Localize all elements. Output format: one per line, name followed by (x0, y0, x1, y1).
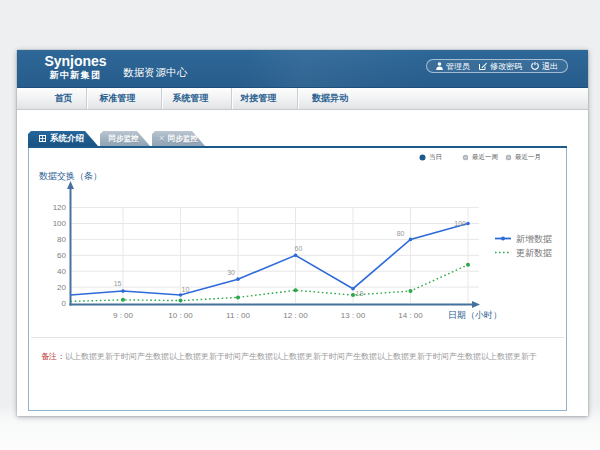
note-divider (31, 337, 564, 338)
svg-text:40: 40 (57, 267, 66, 276)
svg-text:更新数据: 更新数据 (516, 248, 552, 258)
power-icon (531, 62, 539, 70)
svg-text:60: 60 (57, 251, 66, 260)
edit-icon (479, 62, 487, 70)
svg-text:80: 80 (57, 235, 66, 244)
footnote-prefix: 备注： (41, 352, 65, 361)
current-user[interactable]: 管理员 (436, 61, 470, 72)
svg-text:12 : 00: 12 : 00 (283, 311, 308, 320)
main-menu: 首页 标准管理 系统管理 对接管理 数据异动 (17, 88, 588, 110)
tab-sync-monitor-1[interactable]: 同步监控 (100, 131, 150, 146)
menu-item-standards[interactable]: 标准管理 (87, 88, 162, 109)
logo: Synjones 新中新集团 (42, 54, 109, 81)
svg-text:0: 0 (62, 299, 67, 308)
tab-label: 系统介绍 (50, 133, 84, 145)
svg-text:120: 120 (53, 203, 67, 212)
logo-text-en: Synjones (42, 54, 109, 69)
svg-text:数据交换（条）: 数据交换（条） (39, 171, 102, 181)
svg-text:9 : 00: 9 : 00 (113, 311, 134, 320)
logout-button[interactable]: 退出 (531, 61, 558, 72)
menu-item-interface[interactable]: 对接管理 (232, 88, 298, 109)
app-window: Synjones 新中新集团 数据资源中心 管理员 修改密码 退出 首页 标准管… (17, 50, 588, 416)
svg-text:100: 100 (53, 219, 67, 228)
tab-label: 同步监控 (109, 134, 139, 144)
grid-document-icon (39, 135, 46, 142)
svg-text:18: 18 (356, 290, 364, 297)
footnote: 备注：以上数据更新于时间产生数据以上数据更新于时间产生数据以上数据更新于时间产生… (41, 351, 537, 362)
change-password-label: 修改密码 (490, 61, 522, 72)
svg-text:80: 80 (397, 230, 405, 237)
tab-system-intro[interactable]: 系统介绍 (28, 131, 98, 146)
tab-sync-monitor-2[interactable]: ✕ 同步监控 (152, 131, 205, 146)
svg-text:30: 30 (227, 269, 235, 276)
close-tab-icon[interactable]: ✕ (158, 136, 165, 142)
user-icon (436, 62, 443, 70)
svg-text:20: 20 (57, 283, 66, 292)
svg-text:15: 15 (114, 280, 122, 287)
logout-label: 退出 (542, 61, 558, 72)
change-password-button[interactable]: 修改密码 (479, 61, 522, 72)
menu-item-home[interactable]: 首页 (41, 88, 87, 109)
svg-text:100: 100 (454, 220, 466, 227)
tab-label: 同步监控 (168, 134, 198, 144)
svg-text:60: 60 (295, 245, 303, 252)
footnote-text: 以上数据更新于时间产生数据以上数据更新于时间产生数据以上数据更新于时间产生数据以… (65, 352, 537, 361)
svg-text:13 : 00: 13 : 00 (341, 311, 366, 320)
logo-text-cn: 新中新集团 (42, 70, 109, 81)
line-chart: 0204060801001209 : 0010 : 0011 : 0012 : … (29, 148, 566, 409)
chart-panel: 当日 最近一周 最近一月 0204060801001209 : 0010 : 0… (28, 148, 567, 411)
svg-text:日期（小时）: 日期（小时） (448, 310, 502, 320)
user-toolbar: 管理员 修改密码 退出 (426, 59, 568, 73)
tab-bar: 系统介绍 同步监控 ✕ 同步监控 (28, 131, 588, 146)
svg-text:14 : 00: 14 : 00 (398, 311, 423, 320)
svg-text:11 : 00: 11 : 00 (226, 311, 250, 320)
header: Synjones 新中新集团 数据资源中心 管理员 修改密码 退出 (17, 50, 588, 88)
svg-text:10: 10 (182, 286, 190, 293)
menu-item-datachange[interactable]: 数据异动 (298, 88, 366, 109)
page-title: 数据资源中心 (123, 66, 188, 80)
current-user-label: 管理员 (446, 61, 470, 72)
svg-text:10 : 00: 10 : 00 (168, 311, 193, 320)
menu-item-system[interactable]: 系统管理 (162, 88, 232, 109)
content-area: 系统介绍 同步监控 ✕ 同步监控 当日 最近一周 (17, 131, 588, 411)
svg-text:新增数据: 新增数据 (516, 234, 552, 244)
